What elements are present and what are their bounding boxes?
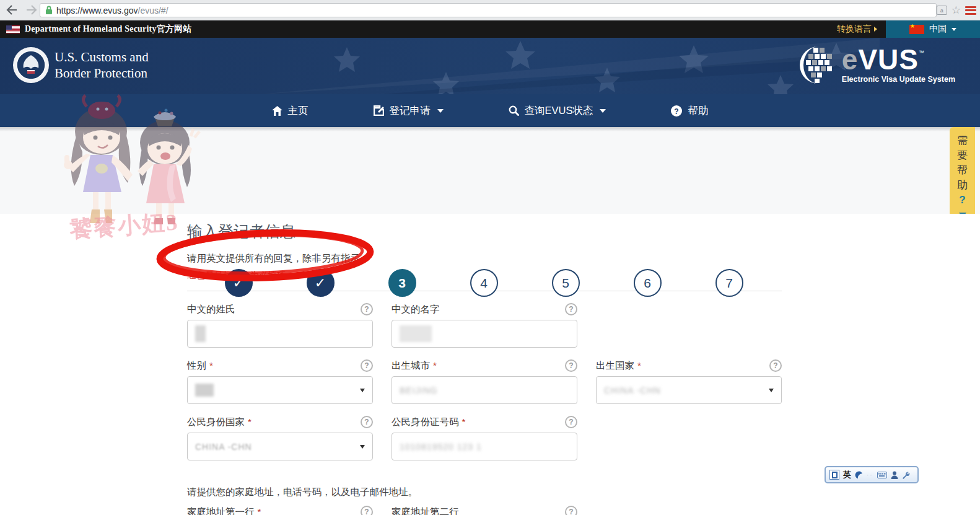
evus-tagline: Electronic Visa Update System (842, 75, 955, 84)
evus-logo: eVUS™ Electronic Visa Update System (800, 45, 955, 85)
citizenship-country-select[interactable]: CHINA -CHN (187, 433, 373, 460)
address-section-intro: 请提供您的家庭地址，电话号码，以及电子邮件地址。 (187, 486, 782, 499)
chevron-down-icon (360, 389, 365, 392)
bookmark-star-icon[interactable]: ☆ (952, 5, 961, 15)
progress-steps: ✓ 免责声明 ✓ 旅行文件信息 3 登记者信息 4 旅行信息 5 资格问题 6 … (0, 127, 980, 214)
translate-icon[interactable]: a (937, 6, 947, 15)
back-button[interactable] (4, 2, 20, 18)
nav-home[interactable]: 主页 (272, 104, 308, 118)
nav-status[interactable]: 查询EVUS状态 (509, 104, 606, 118)
forward-button[interactable] (24, 2, 40, 18)
redacted-value (195, 384, 214, 397)
url-bar[interactable]: https://www.evus.gov/evus/#/ (40, 3, 937, 17)
redacted-value (400, 325, 432, 342)
china-flag-icon (909, 25, 924, 34)
field-chinese-surname: 中文的姓氏 ? (187, 303, 373, 348)
birth-city-input[interactable]: BEIJING (392, 376, 577, 404)
help-icon[interactable]: ? (565, 359, 577, 372)
field-birth-country: 出生国家* ? CHINA -CHN (596, 359, 782, 404)
redacted-value (195, 325, 206, 342)
required-asterisk: * (248, 416, 252, 427)
need-help-tab[interactable]: 需 要 帮 助 ? (950, 127, 975, 217)
edit-icon (374, 105, 384, 116)
change-language-link[interactable]: 转换语言 (837, 24, 877, 35)
nav-apply[interactable]: 登记申请 (374, 104, 444, 118)
required-asterisk: * (462, 416, 466, 427)
field-home-address-line1: 家庭地址第一行* ? ROOM 601 UNIT 4 BUILDING 324 … (187, 506, 373, 515)
chinese-given-name-input[interactable] (392, 320, 577, 348)
help-icon[interactable]: ? (361, 303, 373, 315)
nav-help[interactable]: ? 帮助 (671, 104, 708, 118)
step-circle: ✓ (307, 269, 335, 297)
required-asterisk: * (209, 360, 213, 371)
us-flag-icon (6, 25, 20, 33)
national-id-input[interactable]: 1010819520 123 1 (392, 433, 577, 460)
help-icon[interactable]: ? (565, 303, 577, 315)
country-label: 中国 (929, 24, 947, 35)
step-circle: 7 (715, 269, 743, 297)
step-circle: 4 (470, 269, 498, 297)
english-instruction: 请用英文提供所有的回复，除非另有指示。 (187, 252, 782, 265)
gov-banner: Department of Homeland Security官方网站 转换语言… (0, 20, 980, 38)
help-icon[interactable]: ? (361, 359, 373, 372)
field-citizenship-country: 公民身份国家* ? CHINA -CHN (187, 416, 373, 460)
country-selector[interactable]: 中国 (886, 20, 980, 38)
ime-language-mode[interactable]: 英 (843, 469, 851, 480)
chevron-down-icon (600, 109, 606, 113)
required-asterisk: * (433, 360, 437, 371)
help-icon[interactable]: ? (565, 506, 577, 515)
help-icon[interactable]: ? (361, 416, 373, 428)
agency-name: U.S. Customs and Border Protection (55, 49, 149, 82)
evus-page: https://www.evus.gov/evus/#/ a ☆ Departm… (0, 0, 980, 515)
help-icon[interactable]: ? (769, 359, 782, 372)
field-national-id: 公民身份证号码* ? 1010819520 123 1 (392, 416, 577, 460)
step-circle: 3 (388, 269, 416, 297)
ime-keyboard-icon[interactable] (877, 472, 887, 478)
ime-toolbar[interactable]: 英 ·· (825, 466, 919, 483)
chevron-down-icon (952, 28, 956, 31)
help-icon[interactable]: ? (565, 416, 577, 428)
main-navigation: 主页 登记申请 查询EVUS状态 ? 帮助 (0, 94, 980, 127)
search-icon (509, 105, 519, 116)
svg-text:?: ? (675, 107, 679, 115)
url-text: https://www.evus.gov/evus/#/ (56, 6, 168, 15)
triangle-right-icon (874, 27, 877, 32)
help-icon[interactable]: ? (361, 506, 373, 515)
browser-menu-icon[interactable] (965, 6, 976, 15)
chevron-down-icon (360, 445, 365, 449)
field-chinese-given-name: 中文的名字 ? (392, 303, 577, 348)
home-icon (272, 106, 282, 116)
field-gender: 性别* ? (187, 359, 373, 404)
gender-select[interactable] (187, 376, 373, 404)
ime-user-icon[interactable] (891, 471, 898, 479)
help-icon: ? (671, 105, 682, 117)
chevron-down-icon (769, 389, 774, 392)
browser-toolbar: https://www.evus.gov/evus/#/ a ☆ (0, 0, 980, 20)
step-circle: 5 (552, 269, 580, 297)
gov-banner-label: Department of Homeland Security官方网站 (25, 24, 191, 35)
step-circle: ✓ (225, 269, 253, 297)
chevron-down-icon (437, 109, 444, 113)
ime-logo-icon[interactable] (829, 470, 839, 480)
step-circle: 6 (634, 269, 662, 297)
ime-halfwidth-moon-icon[interactable] (855, 471, 863, 479)
flag-background-art (260, 38, 880, 94)
field-birth-city: 出生城市* ? BEIJING (392, 359, 577, 404)
page-title: 输入登记者信息 (187, 221, 782, 242)
field-home-address-line2: 家庭地址第二行 ? (392, 506, 577, 515)
site-masthead: U.S. Customs and Border Protection eVUS™… (0, 38, 980, 94)
ime-wrench-icon[interactable] (902, 471, 910, 479)
chinese-surname-input[interactable] (187, 320, 373, 348)
cbp-seal (12, 46, 50, 84)
required-asterisk: * (258, 506, 261, 515)
secure-lock-icon (45, 6, 53, 15)
birth-country-select[interactable]: CHINA -CHN (596, 376, 782, 404)
required-asterisk: * (637, 360, 641, 371)
evus-globe-icon (800, 45, 838, 85)
ime-separator-dots: ·· (867, 472, 873, 478)
